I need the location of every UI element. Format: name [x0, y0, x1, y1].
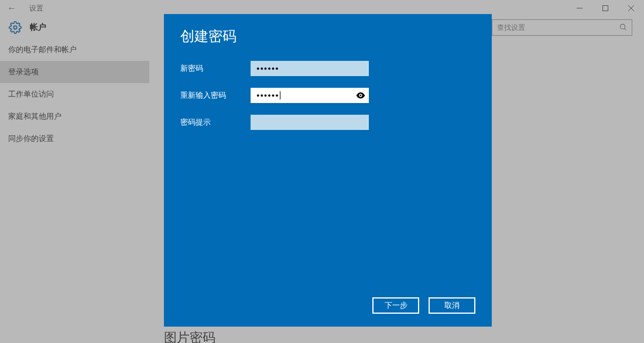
text-caret	[280, 91, 280, 100]
dialog-title: 创建密码	[180, 27, 475, 46]
next-button[interactable]: 下一步	[372, 297, 419, 314]
create-password-dialog: 创建密码 新密码 ●●●●●● 重新输入密码 ●●●●●● 密码提示 下一步 取…	[164, 14, 492, 327]
password-hint-input[interactable]	[251, 115, 369, 130]
svg-point-7	[360, 95, 362, 97]
password-hint-label: 密码提示	[180, 117, 251, 128]
dialog-footer: 下一步 取消	[180, 297, 475, 314]
confirm-password-input[interactable]: ●●●●●●	[251, 88, 369, 103]
reveal-password-icon[interactable]	[356, 92, 365, 99]
new-password-input[interactable]: ●●●●●●	[251, 61, 369, 76]
confirm-password-label: 重新输入密码	[180, 90, 251, 101]
new-password-label: 新密码	[180, 63, 251, 74]
cancel-button[interactable]: 取消	[429, 297, 475, 314]
